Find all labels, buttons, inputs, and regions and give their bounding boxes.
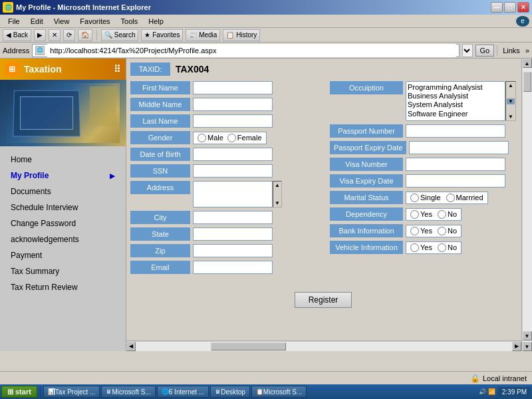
taskbar-tax-icon: 📊 [48,388,55,395]
vehicle-yes-option[interactable]: Yes [410,243,432,252]
state-input[interactable] [193,227,273,241]
nav-schedule-interview[interactable]: Schedule Interview [0,200,126,215]
register-button[interactable]: Register [295,292,352,308]
stop-button[interactable]: ✕ [49,29,61,41]
taskbar-item-tax[interactable]: 📊 Tax Project ... [43,386,100,398]
dob-input[interactable] [193,148,273,161]
refresh-button[interactable]: ⟳ [63,29,75,41]
occupation-label: Occuiption [330,81,403,94]
nav-payment[interactable]: Payment [0,247,126,263]
nav-acknowledgements[interactable]: acknowledgements [0,231,126,247]
nav-home[interactable]: Home [0,152,126,168]
nav-tax-return-review[interactable]: Tax Return Review [0,279,126,295]
bank-yes-radio[interactable] [410,227,419,235]
menu-tools[interactable]: Tools [116,16,144,27]
forward-button[interactable]: ▶ [34,29,46,41]
minimize-button[interactable]: — [491,2,503,13]
media-button[interactable]: 📰 Media [186,29,220,41]
visa-number-input[interactable] [406,158,505,171]
back-button[interactable]: ◀ Back [3,29,31,41]
nav-documents[interactable]: Documents [0,184,126,200]
maximize-button[interactable]: □ [504,2,516,13]
visa-expiry-input[interactable] [406,174,505,188]
passport-expiry-input[interactable] [409,141,509,154]
ssn-row: SSN [130,164,317,178]
occupation-select[interactable]: Programming Analysist Business Analysist… [406,81,505,121]
address-dropdown[interactable] [462,44,473,57]
dependency-no-radio[interactable] [438,210,446,219]
gender-male-option[interactable]: Male [198,134,223,142]
vehicle-no-radio[interactable] [438,243,446,252]
dependency-yes-radio[interactable] [410,210,419,219]
taskbar-system-tray: 🔊 📶 [479,388,495,395]
dependency-no-option[interactable]: No [438,210,457,219]
vehicle-no-option[interactable]: No [438,243,457,252]
scroll-thumb[interactable] [523,72,531,92]
menu-edit[interactable]: Edit [25,16,49,27]
last-name-input[interactable] [193,114,273,128]
middle-name-input[interactable] [193,98,273,111]
first-name-label: First Name [130,81,190,94]
taskbar-item-ie[interactable]: 🌐 6 Internet ... [157,386,209,398]
nav-change-password[interactable]: Change Password [0,215,126,231]
address-scroll-up[interactable]: ▲ [274,182,281,188]
bank-info-row: Bank Information Yes No [330,224,516,237]
menu-file[interactable]: File [3,16,25,27]
scroll-h-thumb[interactable] [211,342,286,350]
menu-view[interactable]: View [49,16,75,27]
home-button[interactable]: 🏠 [78,29,92,41]
nav-tax-summary[interactable]: Tax Summary [0,263,126,279]
ssn-input[interactable] [193,164,273,178]
gender-female-option[interactable]: Female [227,134,262,142]
middle-name-label: Middle Name [130,98,190,111]
zip-input[interactable] [193,244,273,257]
vehicle-yes-radio[interactable] [410,243,419,252]
scroll-right-button[interactable]: ▶ [512,342,521,351]
scroll-up-button[interactable]: ▲ [523,59,532,68]
gender-male-radio[interactable] [198,134,206,142]
scroll-left-button[interactable]: ◀ [126,342,136,351]
taskbar-item-ms2[interactable]: 📋 Microsoft S... [251,386,307,398]
scroll-down-button[interactable]: ▼ [523,331,532,340]
email-input[interactable] [193,261,273,274]
occ-scroll-btn[interactable]: ▼ [507,98,515,104]
search-button[interactable]: 🔍 Search [101,29,138,41]
menu-favorites[interactable]: Favorites [74,16,115,27]
occ-scroll-down[interactable]: ▼ [507,114,515,120]
bank-yes-option[interactable]: Yes [410,227,432,235]
marital-married-option[interactable]: Marrried [446,194,483,202]
bank-no-radio[interactable] [438,227,446,235]
address-input[interactable] [47,44,456,57]
history-button[interactable]: 📋 History [223,29,260,41]
dependency-yes-option[interactable]: Yes [410,210,432,219]
taskbar-item-ms1[interactable]: 🖥 Microsoft S... [101,386,155,398]
scroll-bottom-button[interactable]: ▼ [523,342,532,351]
menu-help[interactable]: Help [143,16,169,27]
passport-number-input[interactable] [406,124,505,138]
address-scroll-down[interactable]: ▼ [274,200,281,206]
occ-scroll-up[interactable]: ▲ [507,82,515,88]
marital-single-option[interactable]: Single [410,194,441,202]
marital-single-radio[interactable] [410,194,419,202]
menubar: File Edit View Favorites Tools Help e [0,15,532,28]
nav-myprofile[interactable]: My Profile ▶ [0,168,126,184]
local-intranet-indicator: 🔒 Local intranet [470,374,527,383]
occupation-option-2[interactable]: System Analysist [408,100,503,109]
sidebar-move[interactable]: ⠿ [114,64,120,74]
start-button[interactable]: ⊞ start [1,386,37,398]
address-input[interactable] [193,181,273,207]
taskbar-item-desktop[interactable]: 🖥 Desktop [210,386,250,398]
marital-married-radio[interactable] [446,194,455,202]
first-name-input[interactable] [193,81,273,94]
occupation-option-1[interactable]: Business Analysist [408,92,503,100]
city-label: City [130,211,190,224]
bank-no-option[interactable]: No [438,227,457,235]
links-expand[interactable]: » [525,47,529,55]
city-input[interactable] [193,211,273,224]
gender-female-radio[interactable] [227,134,236,142]
go-button[interactable]: Go [475,45,495,57]
occupation-option-0[interactable]: Programming Analysist [408,83,503,92]
close-button[interactable]: ✕ [517,2,529,13]
favorites-button[interactable]: ★ Favorites [141,29,183,41]
occupation-option-3[interactable]: Software Engineer [408,110,503,118]
